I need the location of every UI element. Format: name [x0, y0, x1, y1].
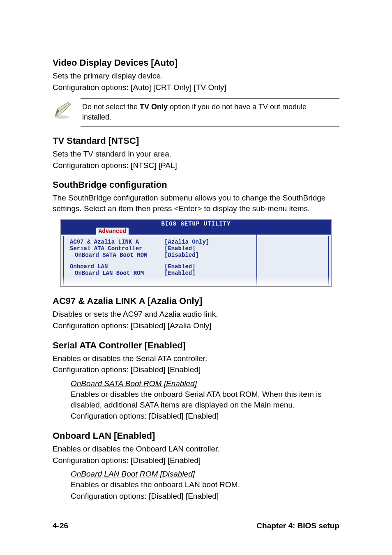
bios-setting-key: AC97 & Azalia LINK A	[70, 239, 164, 245]
heading-video-display: Video Display Devices [Auto]	[53, 58, 339, 68]
bios-setting-value: [Enabled]	[164, 270, 196, 276]
subitem-sata-boot-rom: OnBoard SATA Boot ROM [Enabled] Enables …	[71, 379, 339, 421]
bios-tab-advanced: Advanced	[96, 228, 129, 235]
bios-setting-value: [Disabled]	[164, 252, 199, 258]
subitem-lan-boot-rom: OnBoard LAN Boot ROM [Disabled] Enables …	[71, 470, 339, 501]
text-lan-sub-line2: Configuration options: [Disabled] [Enabl…	[71, 491, 339, 502]
note-callout: Do not select the TV Only option if you …	[53, 98, 339, 127]
text-video-line1: Sets the primary display device.	[53, 71, 339, 81]
text-ac97-line2: Configuration options: [Disabled] [Azali…	[53, 320, 339, 331]
footer-rule	[53, 517, 339, 517]
text-lan-line2: Configuration options: [Disabled] [Enabl…	[53, 455, 339, 466]
heading-southbridge: SouthBridge configuration	[53, 180, 339, 190]
subheading-sata-boot-rom: OnBoard SATA Boot ROM [Enabled]	[71, 379, 339, 388]
bios-setting-key: OnBoard SATA Boot ROM	[70, 252, 164, 258]
subheading-lan-boot-rom: OnBoard LAN Boot ROM [Disabled]	[71, 470, 339, 479]
bios-header: BIOS SETUP UTILITY Advanced	[61, 220, 331, 235]
text-sata-sub-line2: Configuration options: [Disabled] [Enabl…	[71, 411, 339, 421]
text-tv-line1: Sets the TV standard in your area.	[53, 149, 339, 159]
text-sata-line2: Configuration options: [Disabled] [Enabl…	[53, 364, 339, 375]
heading-sata: Serial ATA Controller [Enabled]	[53, 340, 339, 351]
bios-setup-screenshot: BIOS SETUP UTILITY Advanced AC97 & Azali…	[60, 219, 332, 287]
bios-setting-key: OnBoard LAN Boot ROM	[70, 270, 164, 276]
bios-help-panel	[257, 235, 331, 286]
bios-row: OnBoard LAN Boot ROM[Enabled]	[70, 270, 251, 276]
chapter-label: Chapter 4: BIOS setup	[256, 521, 339, 530]
bios-setting-value: [Enabled]	[164, 263, 196, 270]
text-sata-sub-line1: Enables or disables the onboard Serial A…	[71, 389, 339, 410]
note-pre: Do not select the	[82, 103, 140, 111]
bios-setting-key: Serial ATA Controller	[70, 245, 164, 252]
bios-row: Onboard LAN[Enabled]	[70, 263, 251, 270]
bios-setting-value: [Enabled]	[164, 245, 196, 252]
text-lan-line1: Enables or disables the Onboard LAN cont…	[53, 444, 339, 454]
bios-setting-key: Onboard LAN	[70, 263, 164, 270]
note-text: Do not select the TV Only option if you …	[81, 98, 339, 127]
text-tv-line2: Configuration options: [NTSC] [PAL]	[53, 160, 339, 171]
page-number: 4-26	[53, 521, 68, 530]
text-lan-sub-line1: Enables or disables the onboard LAN boot…	[71, 479, 339, 490]
bios-settings-panel: AC97 & Azalia LINK A[Azalia Only]Serial …	[61, 235, 257, 286]
note-bold: TV Only	[140, 103, 168, 111]
bios-setting-value: [Azalia Only]	[164, 239, 209, 245]
text-sata-line1: Enables or disables the Serial ATA contr…	[53, 353, 339, 364]
page-footer: 4-26 Chapter 4: BIOS setup	[53, 521, 339, 530]
text-ac97-line1: Disables or sets the AC97 and Azalia aud…	[53, 309, 339, 320]
text-video-line2: Configuration options: [Auto] [CRT Only]…	[53, 82, 339, 93]
heading-tv-standard: TV Standard [NTSC]	[53, 136, 339, 146]
bios-row: Serial ATA Controller[Enabled]	[70, 245, 251, 252]
heading-onboard-lan: Onboard LAN [Enabled]	[53, 431, 339, 441]
text-southbridge-desc: The SouthBridge configuration submenu al…	[53, 193, 339, 214]
pencil-note-icon	[53, 98, 81, 120]
bios-row: OnBoard SATA Boot ROM[Disabled]	[70, 252, 251, 258]
bios-row: AC97 & Azalia LINK A[Azalia Only]	[70, 239, 251, 245]
heading-ac97: AC97 & Azalia LINK A [Azalia Only]	[53, 296, 339, 306]
bios-title: BIOS SETUP UTILITY	[61, 221, 331, 227]
